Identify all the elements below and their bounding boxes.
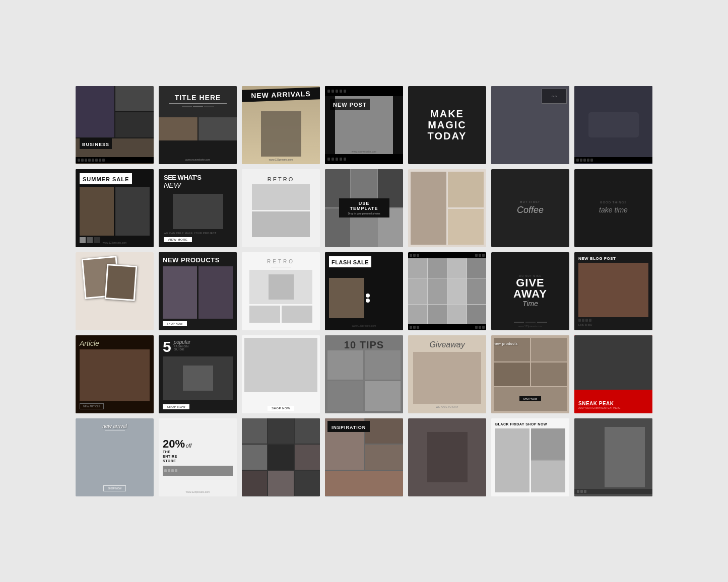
card-29-text: new arrival (76, 423, 154, 429)
card-14-text: take time (599, 205, 628, 214)
card-23-popular: popular (174, 339, 190, 345)
card-article[interactable]: Article NEW ARTICLE (76, 335, 154, 413)
card-23-num: 5 (163, 339, 171, 354)
card-28-text: SNEAK PEAK (578, 401, 620, 406)
card-use-template[interactable]: USE TEMPLATE Drop in your personal photo… (325, 169, 403, 247)
card-22-btn[interactable]: NEW ARTICLE (80, 403, 104, 409)
card-5-text: MAKEMAGICTODAY (428, 108, 467, 141)
card-34-text: BLACK FRIDAY shop now (495, 422, 547, 426)
card-1-text: BUSINESS (82, 142, 109, 147)
card-21-text: NEW BLOG POST (578, 256, 616, 261)
card-18-url: www.123presets.com (325, 324, 403, 327)
card-24-btn[interactable]: SHOP NOW (268, 406, 294, 411)
card-30-url: www.123presets.com (159, 490, 237, 493)
card-32-text: INSPIRATION (332, 425, 366, 430)
card-flash-sale[interactable]: FLASH SALE www.123presets.com (325, 252, 403, 330)
card-fashion-active[interactable] (574, 418, 652, 496)
card-interior[interactable] (408, 169, 486, 247)
card-18-text: FLASH SALE (332, 259, 369, 265)
card-car[interactable] (574, 86, 652, 164)
card-summer-sale[interactable]: SUMMER SALE www.123presets.com (76, 169, 154, 247)
card-11-text: USE TEMPLATE (344, 201, 384, 211)
card-9-subtext: WE CAN HELP MAKE YOUR PROJECT (164, 232, 217, 235)
card-new-blog[interactable]: NEW BLOG POST LINK IN BIO (574, 252, 652, 330)
card-3-url: www.123presets.com (242, 158, 320, 161)
card-29-btn[interactable]: SHOP NOW (103, 485, 126, 491)
card-collage-dark[interactable] (242, 418, 320, 496)
card-9-btn[interactable]: VIEW MORE (164, 237, 192, 242)
card-14-pre: GOOD THINGS (599, 201, 628, 204)
card-3-text: NEW ARRIVALS (251, 89, 311, 99)
card-4-url: www.yourwebsite.com (325, 150, 403, 153)
card-23-sub: FASHIONGUIDE (174, 345, 190, 351)
card-giveaway-light[interactable]: Giveaway WE HAVE TO STAY (408, 335, 486, 413)
card-giveaway[interactable]: DO NOT MISS GIVEAWAY Time www.123presets… (491, 252, 569, 330)
card-make-today[interactable]: MAKEMAGICTODAY (408, 86, 486, 164)
card-16-text: NEW PRODUCTS (163, 256, 220, 264)
card-11-subtext: Drop in your personal photos (344, 212, 384, 215)
card-16-btn[interactable]: SHOP NOW (163, 321, 187, 326)
card-30-off: off (186, 443, 191, 449)
card-film-collage[interactable] (408, 252, 486, 330)
card-title-here[interactable]: TITLE HERE www.yourwebsite.com (159, 86, 237, 164)
card-black-friday[interactable]: BLACK FRIDAY shop now (491, 418, 569, 496)
card-25-text: 10 TIPS (344, 339, 384, 350)
card-fashion-scatter[interactable] (76, 252, 154, 330)
card-10-tips[interactable]: 10 TIPS (325, 335, 403, 413)
card-26-subtext: WE HAVE TO STAY (436, 405, 458, 408)
card-8-url: www.123presets.com (76, 241, 154, 244)
card-27-text: new products (494, 342, 518, 345)
card-10-text: RETRO (268, 176, 295, 182)
card-27-btn[interactable]: SHOP NOW (519, 396, 542, 401)
card-arrival[interactable]: new arrival SHOP NOW (76, 418, 154, 496)
card-30-text: THEENTIRESTORE (163, 450, 177, 463)
card-13-pre: BUT FIRST (517, 200, 544, 203)
card-take-time[interactable]: GOOD THINGS take time (574, 169, 652, 247)
card-new-arrivals[interactable]: NEW ARRIVALS www.123presets.com (242, 86, 320, 164)
card-17-text: RETRO (267, 259, 295, 264)
card-new-post[interactable]: NEW POST www.yourwebsite.com (325, 86, 403, 164)
card-20-url: www.123presets.com (491, 325, 569, 328)
card-28-subtext: ADD YOUR CAMPAIGN TEXT HERE (578, 406, 620, 409)
card-4-text: NEW POST (333, 102, 367, 108)
card-products-mosaic[interactable]: SHOP NOW new products (491, 335, 569, 413)
card-6-overlay: ◻ ◻ (552, 95, 556, 98)
card-coffee[interactable]: BUT FIRST Coffee (491, 169, 569, 247)
card-see-whats-new[interactable]: SEE WHAT'Snew WE CAN HELP MAKE YOUR PROJ… (159, 169, 237, 247)
card-retro-white[interactable]: RETRO (242, 252, 320, 330)
card-20-sub: Time (513, 300, 547, 308)
card-9-text: SEE WHAT'Snew (164, 174, 201, 190)
card-popular[interactable]: 5 popular FASHIONGUIDE SHOP NOW (159, 335, 237, 413)
card-23-btn[interactable]: SHOP NOW (163, 404, 189, 409)
card-20-off[interactable]: 20% off THEENTIRESTORE www.123presets.co… (159, 418, 237, 496)
card-2-url: www.yourwebsite.com (159, 158, 237, 161)
card-new-products[interactable]: NEW PRODUCTS SHOP NOW (159, 252, 237, 330)
template-grid: BUSINESS TITLE HERE (76, 86, 652, 496)
card-interior-light[interactable]: SHOP NOW (242, 335, 320, 413)
card-20-text: GIVEAWAY (513, 277, 547, 300)
card-2-title: TITLE HERE (159, 94, 237, 102)
card-business[interactable]: BUSINESS (76, 86, 154, 164)
card-30-num: 20% (163, 439, 185, 450)
card-8-text: SUMMER SALE (83, 176, 129, 182)
card-inspiration[interactable]: INSPIRATION (325, 418, 403, 496)
card-fashion-dark[interactable]: ◻ ◻ (491, 86, 569, 164)
card-13-text: Coffee (517, 205, 544, 215)
card-22-text: Article (80, 339, 99, 347)
card-26-text: Giveaway (429, 340, 465, 349)
card-retro-light[interactable]: RETRO (242, 169, 320, 247)
card-21-subtext: LINK IN BIO (578, 323, 592, 326)
card-man-chair[interactable] (408, 418, 486, 496)
card-sneak-peak[interactable]: SNEAK PEAK ADD YOUR CAMPAIGN TEXT HERE (574, 335, 652, 413)
